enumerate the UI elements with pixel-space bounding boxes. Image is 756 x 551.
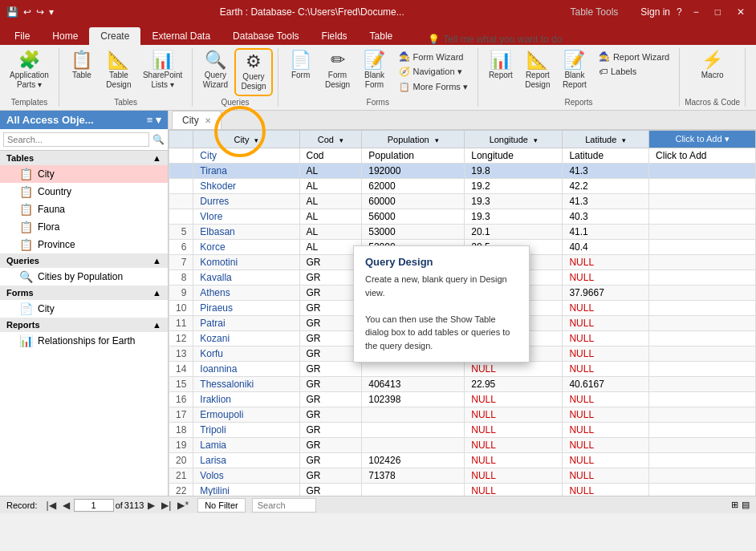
redo-icon[interactable]: ↪: [36, 6, 44, 18]
th-code[interactable]: Cod ▾: [299, 131, 362, 148]
sidebar-section-forms[interactable]: Forms ▲: [0, 286, 168, 300]
row-city[interactable]: City: [193, 148, 299, 164]
row-city[interactable]: Patrai: [193, 316, 299, 331]
th-longitude[interactable]: Longitude ▾: [465, 131, 563, 148]
search-input[interactable]: [252, 498, 316, 513]
row-city[interactable]: Durres: [193, 194, 299, 209]
row-city[interactable]: Larisa: [193, 453, 299, 468]
sidebar-item-fauna[interactable]: 📋 Fauna: [0, 201, 168, 218]
more-forms-button[interactable]: 📋 More Forms ▾: [394, 80, 473, 94]
th-city[interactable]: City ▾: [193, 131, 299, 148]
datasheet-view-icon[interactable]: ⊞: [731, 500, 738, 510]
table-row[interactable]: 20 Larisa GR 102426 NULL NULL: [169, 453, 756, 468]
form-button[interactable]: 📄 Form: [283, 48, 319, 83]
sidebar-section-tables[interactable]: Tables ▲: [0, 151, 168, 165]
macro-button[interactable]: ⚡ Macro: [695, 48, 730, 83]
help-icon[interactable]: ?: [677, 6, 682, 18]
row-city[interactable]: Komotini: [193, 255, 299, 270]
sidebar-search-input[interactable]: [3, 132, 149, 147]
table-row[interactable]: 14 Ioannina GR NULL NULL: [169, 362, 756, 377]
th-click-to-add[interactable]: Click to Add ▾: [649, 131, 756, 148]
table-row[interactable]: Durres AL 60000 19.3 41.3: [169, 194, 756, 209]
form-wizard-button[interactable]: 🧙 Form Wizard: [394, 50, 473, 63]
report-design-button[interactable]: 📐 ReportDesign: [520, 48, 555, 93]
labels-button[interactable]: 🏷 Labels: [594, 65, 674, 78]
row-city[interactable]: Lamia: [193, 438, 299, 453]
report-button[interactable]: 📊 Report: [483, 48, 518, 83]
sidebar-item-city-table[interactable]: 📋 City: [0, 165, 168, 183]
row-city[interactable]: Ioannina: [193, 362, 299, 377]
tab-table[interactable]: Table: [359, 27, 404, 45]
report-wizard-button[interactable]: 🧙 Report Wizard: [594, 50, 674, 63]
table-row[interactable]: 22 Mytilini GR NULL NULL: [169, 484, 756, 496]
tell-me-area[interactable]: 💡 Tell me what you want to do: [420, 34, 570, 45]
sign-in-button[interactable]: Sign in: [640, 6, 670, 18]
row-city[interactable]: Volos: [193, 468, 299, 484]
row-city[interactable]: Tripoli: [193, 423, 299, 438]
sidebar-item-cities-by-population[interactable]: 🔍 Cities by Population: [0, 268, 168, 286]
table-row[interactable]: 18 Tripoli GR NULL NULL: [169, 423, 756, 438]
row-city[interactable]: Kozani: [193, 331, 299, 346]
close-button[interactable]: ✕: [732, 5, 750, 19]
sidebar-section-reports[interactable]: Reports ▲: [0, 318, 168, 332]
tab-city[interactable]: City ✕: [172, 111, 222, 129]
record-number-input[interactable]: [74, 499, 114, 512]
table-row[interactable]: 19 Lamia GR NULL NULL: [169, 438, 756, 453]
sidebar-item-province[interactable]: 📋 Province: [0, 236, 168, 253]
blank-report-button[interactable]: 📝 BlankReport: [557, 48, 592, 93]
no-filter-button[interactable]: No Filter: [197, 498, 246, 513]
navigation-button[interactable]: 🧭 Navigation ▾: [394, 65, 473, 79]
tab-close-icon[interactable]: ✕: [205, 116, 211, 125]
table-row[interactable]: Shkoder AL 62000 19.2 42.2: [169, 179, 756, 194]
undo-icon[interactable]: ↩: [23, 6, 31, 18]
table-design-button[interactable]: 📐 TableDesign: [101, 48, 136, 93]
first-record-button[interactable]: |◀: [44, 500, 59, 511]
application-parts-button[interactable]: 🧩 ApplicationParts ▾: [5, 48, 54, 93]
sharepoint-lists-button[interactable]: 📊 SharePointLists ▾: [138, 48, 187, 93]
table-button[interactable]: 📋 Table: [64, 48, 100, 83]
sidebar-item-city-form[interactable]: 📄 City: [0, 300, 168, 318]
tab-fields[interactable]: Fields: [311, 27, 359, 45]
row-city[interactable]: Shkoder: [193, 179, 299, 194]
row-city[interactable]: Korfu: [193, 346, 299, 362]
next-record-button[interactable]: ▶: [145, 500, 157, 511]
form-view-icon[interactable]: ▤: [742, 500, 750, 510]
row-city[interactable]: Elbasan: [193, 225, 299, 240]
th-latitude[interactable]: Latitude ▾: [563, 131, 649, 148]
row-city[interactable]: Thessaloniki: [193, 377, 299, 392]
row-city[interactable]: Piraeus: [193, 301, 299, 316]
tab-file[interactable]: File: [3, 27, 41, 45]
maximize-button[interactable]: □: [710, 5, 726, 19]
sidebar-section-queries[interactable]: Queries ▲: [0, 253, 168, 268]
save-icon[interactable]: 💾: [6, 6, 18, 18]
table-row[interactable]: Tirana AL 192000 19.8 41.3: [169, 164, 756, 179]
tab-external-data[interactable]: External Data: [140, 27, 222, 45]
tab-create[interactable]: Create: [89, 27, 140, 45]
row-city[interactable]: Athens: [193, 286, 299, 301]
tab-database-tools[interactable]: Database Tools: [222, 27, 311, 45]
row-city[interactable]: Vlore: [193, 209, 299, 225]
row-city[interactable]: Iraklion: [193, 392, 299, 407]
last-record-button[interactable]: ▶|: [159, 500, 173, 511]
table-row[interactable]: 15 Thessaloniki GR 406413 22.95 40.6167: [169, 377, 756, 392]
row-city[interactable]: Kavalla: [193, 270, 299, 286]
sidebar-item-country[interactable]: 📋 Country: [0, 183, 168, 201]
th-population[interactable]: Population ▾: [362, 131, 465, 148]
prev-record-button[interactable]: ◀: [60, 500, 72, 511]
row-city[interactable]: Korce: [193, 240, 299, 255]
row-city[interactable]: Mytilini: [193, 484, 299, 496]
table-row[interactable]: City Cod Population Longitude Latitude C…: [169, 148, 756, 164]
table-row[interactable]: 5 Elbasan AL 53000 20.1 41.1: [169, 225, 756, 240]
query-design-button[interactable]: ⚙ QueryDesign: [234, 48, 272, 96]
query-wizard-button[interactable]: 🔍 QueryWizard: [197, 48, 233, 93]
table-row[interactable]: 17 Ermoupoli GR NULL NULL: [169, 407, 756, 423]
blank-form-button[interactable]: 📝 BlankForm: [357, 48, 392, 93]
form-design-button[interactable]: ✏ FormDesign: [320, 48, 356, 93]
table-row[interactable]: Vlore AL 56000 19.3 40.3: [169, 209, 756, 225]
tab-home[interactable]: Home: [41, 27, 89, 45]
th-id[interactable]: [169, 131, 193, 148]
table-row[interactable]: 16 Iraklion GR 102398 NULL NULL: [169, 392, 756, 407]
sidebar-item-flora[interactable]: 📋 Flora: [0, 218, 168, 236]
row-city[interactable]: Ermoupoli: [193, 407, 299, 423]
row-city[interactable]: Tirana: [193, 164, 299, 179]
